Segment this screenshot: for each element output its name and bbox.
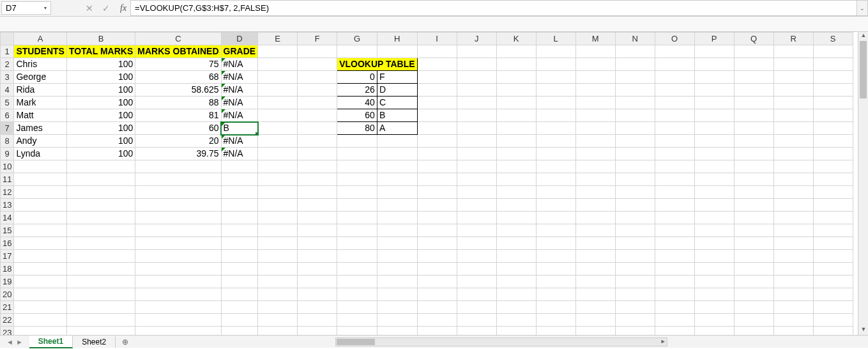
cell-B3[interactable]: 100	[66, 71, 135, 84]
cell-E16[interactable]	[258, 237, 298, 250]
cell-F15[interactable]	[298, 224, 337, 237]
cell-G4[interactable]: 26	[337, 84, 377, 97]
cell-K9[interactable]	[496, 148, 536, 160]
horizontal-scrollbar[interactable]: ◄ ►	[335, 337, 667, 346]
cell-G3[interactable]: 0	[337, 71, 377, 84]
cell-G22[interactable]	[337, 314, 377, 327]
cell-H1[interactable]	[377, 45, 417, 58]
column-header-C[interactable]: C	[135, 33, 221, 45]
cell-A1[interactable]: STUDENTS	[14, 45, 66, 58]
cell-Q4[interactable]	[734, 84, 773, 97]
cell-L3[interactable]	[536, 71, 575, 84]
cell-S7[interactable]	[813, 122, 853, 135]
cell-O19[interactable]	[655, 275, 694, 288]
cell-S18[interactable]	[813, 263, 853, 275]
cell-E9[interactable]	[258, 148, 298, 160]
cell-Q13[interactable]	[734, 199, 773, 212]
cell-A22[interactable]	[14, 314, 66, 327]
cell-R22[interactable]	[773, 314, 813, 327]
cell-R14[interactable]	[773, 212, 813, 224]
cell-P4[interactable]	[694, 84, 734, 97]
cell-B4[interactable]: 100	[66, 84, 135, 97]
cell-I23[interactable]	[417, 327, 457, 336]
cell-L2[interactable]	[536, 58, 575, 71]
cell-A19[interactable]	[14, 275, 66, 288]
cell-J20[interactable]	[457, 288, 496, 301]
cell-R18[interactable]	[773, 263, 813, 275]
cell-J2[interactable]	[457, 58, 496, 71]
cell-G15[interactable]	[337, 224, 377, 237]
cell-A10[interactable]	[14, 160, 66, 173]
cell-F1[interactable]	[298, 45, 337, 58]
cell-Q5[interactable]	[734, 97, 773, 109]
cell-N3[interactable]	[615, 71, 655, 84]
cell-H21[interactable]	[377, 301, 417, 314]
cell-A6[interactable]: Matt	[14, 109, 66, 122]
column-header-O[interactable]: O	[655, 33, 694, 45]
cell-O17[interactable]	[655, 250, 694, 263]
column-header-K[interactable]: K	[496, 33, 536, 45]
cell-H19[interactable]	[377, 275, 417, 288]
cell-D19[interactable]	[221, 275, 258, 288]
cell-C21[interactable]	[135, 301, 221, 314]
cell-C7[interactable]: 60	[135, 122, 221, 135]
spreadsheet-grid[interactable]: ABCDEFGHIJKLMNOPQRS1STUDENTSTOTAL MARKSM…	[0, 32, 868, 335]
cell-K12[interactable]	[496, 186, 536, 199]
cell-S9[interactable]	[813, 148, 853, 160]
cell-M22[interactable]	[575, 314, 615, 327]
cell-E12[interactable]	[258, 186, 298, 199]
cell-C2[interactable]: 75	[135, 58, 221, 71]
cell-O15[interactable]	[655, 224, 694, 237]
cell-L22[interactable]	[536, 314, 575, 327]
cell-J11[interactable]	[457, 173, 496, 186]
cell-E13[interactable]	[258, 199, 298, 212]
cell-P10[interactable]	[694, 160, 734, 173]
cell-Q17[interactable]	[734, 250, 773, 263]
cell-J9[interactable]	[457, 148, 496, 160]
cell-J4[interactable]	[457, 84, 496, 97]
cell-L23[interactable]	[536, 327, 575, 336]
cell-N14[interactable]	[615, 212, 655, 224]
cell-G14[interactable]	[337, 212, 377, 224]
cell-O5[interactable]	[655, 97, 694, 109]
cell-O20[interactable]	[655, 288, 694, 301]
row-header-21[interactable]: 21	[1, 301, 14, 314]
cell-E14[interactable]	[258, 212, 298, 224]
cell-R4[interactable]	[773, 84, 813, 97]
cell-J6[interactable]	[457, 109, 496, 122]
cell-F9[interactable]	[298, 148, 337, 160]
cell-N20[interactable]	[615, 288, 655, 301]
cell-H18[interactable]	[377, 263, 417, 275]
cell-L17[interactable]	[536, 250, 575, 263]
cell-Q23[interactable]	[734, 327, 773, 336]
row-header-9[interactable]: 9	[1, 148, 14, 160]
cell-S5[interactable]	[813, 97, 853, 109]
cell-F2[interactable]	[298, 58, 337, 71]
cell-D4[interactable]: #N/A	[221, 84, 258, 97]
cell-D12[interactable]	[221, 186, 258, 199]
cell-H15[interactable]	[377, 224, 417, 237]
cell-D14[interactable]	[221, 212, 258, 224]
cell-S8[interactable]	[813, 135, 853, 148]
cell-N18[interactable]	[615, 263, 655, 275]
cell-I16[interactable]	[417, 237, 457, 250]
cell-K20[interactable]	[496, 288, 536, 301]
scroll-down-icon[interactable]: ▼	[858, 326, 868, 335]
cell-M13[interactable]	[575, 199, 615, 212]
cell-D21[interactable]	[221, 301, 258, 314]
cell-F19[interactable]	[298, 275, 337, 288]
cell-N6[interactable]	[615, 109, 655, 122]
cell-K6[interactable]	[496, 109, 536, 122]
cell-H8[interactable]	[377, 135, 417, 148]
cell-P7[interactable]	[694, 122, 734, 135]
cell-P11[interactable]	[694, 173, 734, 186]
cell-B1[interactable]: TOTAL MARKS	[66, 45, 135, 58]
cell-H10[interactable]	[377, 160, 417, 173]
cell-R13[interactable]	[773, 199, 813, 212]
cell-N17[interactable]	[615, 250, 655, 263]
cell-Q12[interactable]	[734, 186, 773, 199]
cell-O13[interactable]	[655, 199, 694, 212]
cell-B16[interactable]	[66, 237, 135, 250]
cell-N7[interactable]	[615, 122, 655, 135]
cell-S6[interactable]	[813, 109, 853, 122]
